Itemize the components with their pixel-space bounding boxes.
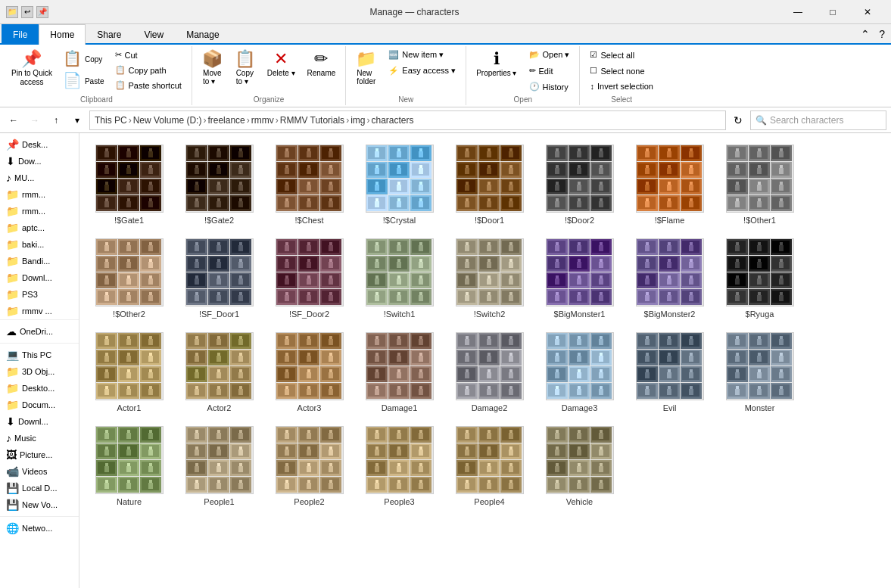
file-name-label: !$Flame <box>655 216 685 225</box>
paste-shortcut-btn[interactable]: 📋 Paste shortcut <box>110 78 187 92</box>
invert-selection-btn[interactable]: ↕ Invert selection <box>584 79 658 93</box>
file-item[interactable]: !SF_Door2 <box>266 233 353 324</box>
file-item[interactable]: !SF_Door1 <box>176 233 263 324</box>
tab-file[interactable]: File <box>2 24 39 45</box>
file-item[interactable]: !$Chest <box>266 139 353 230</box>
file-item[interactable]: !$Door1 <box>446 139 533 230</box>
close-btn[interactable]: ✕ <box>850 1 885 23</box>
file-item[interactable]: Damage3 <box>536 327 623 418</box>
easy-access-btn[interactable]: ⚡ Easy access ▾ <box>383 64 461 78</box>
file-item[interactable]: Nature <box>86 421 173 512</box>
sidebar-item-network[interactable]: 🌐 Netwo... <box>0 520 79 537</box>
tab-share[interactable]: Share <box>86 24 132 45</box>
rename-btn[interactable]: ✏ Rename <box>302 48 341 80</box>
sidebar-item-newvol[interactable]: 💾 New Vo... <box>0 496 79 513</box>
help-btn[interactable]: ? <box>874 24 889 43</box>
file-item[interactable]: Evil <box>626 327 713 418</box>
sidebar-item-rmmvs[interactable]: 📁 rmmv ... <box>0 303 79 319</box>
copy-btn[interactable]: 📋 Copy <box>59 48 108 69</box>
sidebar-item-documents[interactable]: 📁 Docum... <box>0 397 79 413</box>
open-btn[interactable]: 📂 Open ▾ <box>524 48 575 62</box>
quick-access-btn[interactable]: ↩ <box>21 6 33 18</box>
tab-home[interactable]: Home <box>39 24 86 45</box>
sidebar-item-localD[interactable]: 💾 Local D... <box>0 480 79 496</box>
file-item[interactable]: People1 <box>176 421 263 512</box>
sidebar-item-desktop[interactable]: 📁 Deskto... <box>0 380 79 397</box>
new-item-btn[interactable]: 🆕 New item ▾ <box>383 48 461 62</box>
sidebar-item-downl[interactable]: 📁 Downl... <box>0 269 79 286</box>
file-item[interactable]: People4 <box>446 421 533 512</box>
file-item[interactable]: !$Other1 <box>716 139 803 230</box>
ribbon-collapse-btn[interactable]: ⌃ <box>856 24 874 43</box>
sidebar-item-ps3[interactable]: 📁 PS3 <box>0 286 79 303</box>
address-path[interactable]: This PC › New Volume (D:) › freelance › … <box>89 110 726 130</box>
sidebar-item-bandic[interactable]: 📁 Bandi... <box>0 253 79 269</box>
sidebar-item-3dobj[interactable]: 📁 3D Obj... <box>0 363 79 380</box>
sidebar-item-thispc[interactable]: 💻 This PC <box>0 347 79 363</box>
file-item[interactable]: !$Other2 <box>86 233 173 324</box>
properties-btn[interactable]: ℹ Properties ▾ <box>471 48 522 80</box>
minimize-btn[interactable]: — <box>780 1 815 23</box>
edit-btn[interactable]: ✏ Edit <box>524 64 575 78</box>
sidebar-item-music2[interactable]: ♪ Music <box>0 430 79 446</box>
expand-btn[interactable]: ▾ <box>68 111 86 129</box>
select-all-btn[interactable]: ☑ Select all <box>584 48 658 62</box>
forward-btn[interactable]: → <box>26 111 44 129</box>
file-item[interactable]: !$Flame <box>626 139 713 230</box>
cut-btn[interactable]: ✂ Cut <box>110 48 187 62</box>
file-item[interactable]: Actor1 <box>86 327 173 418</box>
pin-quick-access-btn[interactable]: 📌 Pin to Quickaccess <box>6 48 58 90</box>
new-folder-icon: 📁 <box>356 51 376 67</box>
maximize-btn[interactable]: □ <box>815 1 850 23</box>
file-item[interactable]: People2 <box>266 421 353 512</box>
delete-btn[interactable]: ✕ Delete ▾ <box>262 48 301 80</box>
sidebar-item-baki[interactable]: 📁 baki... <box>0 236 79 253</box>
sidebar-item-rmmv2[interactable]: 📁 rmm... <box>0 203 79 219</box>
file-item[interactable]: Vehicle <box>536 421 623 512</box>
paste-btn[interactable]: 📄 Paste <box>59 70 108 91</box>
file-item[interactable]: !Switch1 <box>356 233 443 324</box>
file-item[interactable]: People3 <box>356 421 443 512</box>
sidebar-section-3: 🌐 Netwo... <box>0 516 79 540</box>
file-item[interactable]: Monster <box>716 327 803 418</box>
back-btn[interactable]: ← <box>5 111 23 129</box>
pin-btn[interactable]: 📌 <box>36 6 48 18</box>
file-grid-area[interactable]: !$Gate1!$Gate2!$Chest!$Crystal!$Door1!$D… <box>79 133 891 588</box>
file-item[interactable]: !$Crystal <box>356 139 443 230</box>
file-item[interactable]: $Ryuga <box>716 233 803 324</box>
sidebar-item-downloads[interactable]: ⬇ Downl... <box>0 413 79 430</box>
file-thumbnail <box>456 238 524 306</box>
up-btn[interactable]: ↑ <box>47 111 65 129</box>
sidebar-item-down[interactable]: ⬇ Dow... <box>0 153 79 170</box>
file-item[interactable]: Actor3 <box>266 327 353 418</box>
tab-view[interactable]: View <box>132 24 175 45</box>
file-item[interactable]: $BigMonster1 <box>536 233 623 324</box>
file-item[interactable]: Damage2 <box>446 327 533 418</box>
sidebar-item-onedrive[interactable]: ☁ OneDri... <box>0 323 79 340</box>
sidebar-item-aptc[interactable]: 📁 aptc... <box>0 219 79 236</box>
sidebar-item-pictures[interactable]: 🖼 Picture... <box>0 446 79 463</box>
file-item[interactable]: Actor2 <box>176 327 263 418</box>
tab-manage[interactable]: Manage <box>175 24 230 45</box>
new-folder-btn[interactable]: 📁 Newfolder <box>350 48 382 89</box>
search-box[interactable]: 🔍 Search characters <box>750 110 886 130</box>
file-item[interactable]: !$Door2 <box>536 139 623 230</box>
file-item[interactable]: $BigMonster2 <box>626 233 713 324</box>
sidebar-item-videos[interactable]: 📹 Videos <box>0 463 79 480</box>
file-thumbnail <box>366 426 434 494</box>
copy-to-btn[interactable]: 📋 Copyto ▾ <box>229 48 260 89</box>
file-item[interactable]: !$Gate2 <box>176 139 263 230</box>
file-item[interactable]: Damage1 <box>356 327 443 418</box>
file-item[interactable]: !Switch2 <box>446 233 533 324</box>
copy-path-btn[interactable]: 📋 Copy path <box>110 63 187 77</box>
refresh-btn[interactable]: ↻ <box>729 111 747 129</box>
sidebar-item-rmmv1[interactable]: 📁 rmm... <box>0 186 79 203</box>
open-icon: 📂 <box>529 50 540 60</box>
sidebar-item-desk[interactable]: 📌 Desk... <box>0 136 79 153</box>
sidebar-item-music[interactable]: ♪ MU... <box>0 170 79 186</box>
file-item[interactable]: !$Gate1 <box>86 139 173 230</box>
select-none-btn[interactable]: ☐ Select none <box>584 64 658 78</box>
move-to-btn[interactable]: 📦 Moveto ▾ <box>197 48 228 89</box>
history-btn[interactable]: 🕐 History <box>524 79 575 94</box>
folder-icon-7: 📁 <box>6 288 19 300</box>
